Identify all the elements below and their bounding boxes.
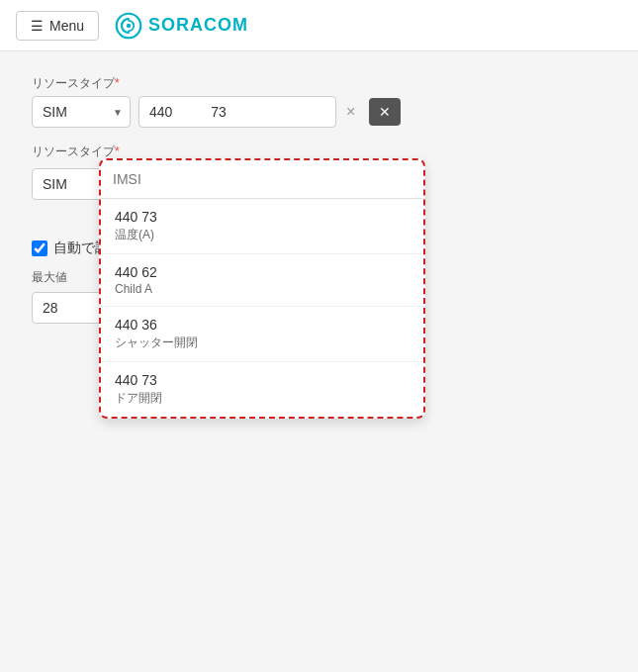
dropdown-item[interactable]: 440 73 ドア開閉: [101, 362, 423, 417]
auto-adjust-checkbox[interactable]: [32, 240, 47, 256]
dropdown-item[interactable]: 440 73 温度(A): [101, 199, 423, 254]
dropdown-item-code: 440 62: [115, 264, 410, 280]
logo-text: SORACOM: [148, 15, 248, 36]
row1-group: リソースタイプ* SIM ▼ × ✕: [32, 75, 606, 128]
soracom-logo-icon: [115, 12, 142, 40]
svg-point-1: [127, 23, 131, 27]
dropdown-item-name: ドア開閉: [115, 390, 410, 407]
dropdown-popup: 440 73 温度(A) 440 62 Child A 440 36 シャッター…: [99, 158, 425, 419]
menu-button[interactable]: ☰ Menu: [16, 11, 99, 41]
row1-clear-button[interactable]: ×: [340, 100, 361, 124]
menu-label: Menu: [49, 18, 84, 34]
dropdown-item[interactable]: 440 36 シャッター開閉: [101, 307, 423, 362]
row1-select-wrapper: SIM ▼: [32, 96, 131, 128]
header: ☰ Menu SORACOM: [0, 0, 638, 51]
main-content: リソースタイプ* SIM ▼ × ✕ リソースタイプ* SIM: [0, 51, 638, 347]
row1-label: リソースタイプ*: [32, 75, 606, 92]
row1-imsi-input[interactable]: [138, 96, 336, 128]
row1-input-area: ×: [138, 96, 361, 128]
hamburger-icon: ☰: [31, 18, 44, 34]
dropdown-item-code: 440 73: [115, 209, 410, 225]
dropdown-item-name: Child A: [115, 282, 410, 296]
row1-controls: SIM ▼ × ✕: [32, 96, 606, 128]
dropdown-list: 440 73 温度(A) 440 62 Child A 440 36 シャッター…: [101, 199, 423, 417]
row1-delete-button[interactable]: ✕: [369, 98, 401, 126]
dropdown-search-area[interactable]: [101, 160, 423, 199]
logo-area: SORACOM: [115, 12, 248, 40]
row1-resource-type-select[interactable]: SIM: [32, 96, 131, 128]
dropdown-item-name: シャッター開閉: [115, 335, 410, 351]
dropdown-item-name: 温度(A): [115, 227, 410, 243]
dropdown-item[interactable]: 440 62 Child A: [101, 254, 423, 307]
dropdown-item-code: 440 36: [115, 317, 410, 333]
dropdown-search-input[interactable]: [113, 171, 411, 187]
dropdown-item-code: 440 73: [115, 372, 410, 388]
